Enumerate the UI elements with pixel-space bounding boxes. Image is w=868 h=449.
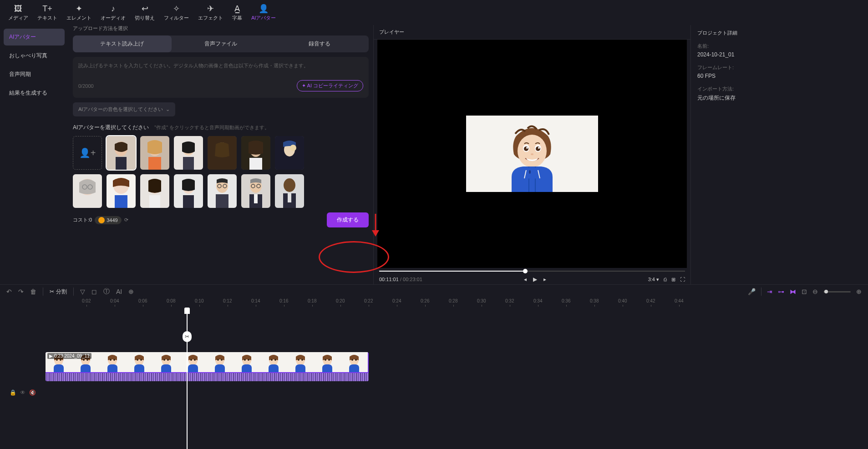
sidebar-ai-avatar[interactable]: AIアバター [4, 29, 65, 45]
magnet-icon[interactable]: ⧓ [790, 288, 796, 295]
avatar-11[interactable] [208, 174, 237, 208]
svg-point-101 [351, 359, 353, 361]
mute-icon[interactable]: 🔇 [29, 389, 36, 396]
grid-icon[interactable]: ⊞ [671, 277, 675, 283]
tool-media[interactable]: 🖼メディア [4, 2, 33, 23]
lock-track-icon[interactable]: 🔒 [10, 389, 16, 396]
avatar-8[interactable] [107, 174, 136, 208]
sidebar-generate[interactable]: 結果を生成する [4, 85, 65, 101]
avatar-1[interactable] [107, 136, 136, 170]
tool-transition[interactable]: ↩切り替え [130, 2, 159, 23]
avatar-2[interactable] [140, 136, 169, 170]
next-frame-icon[interactable]: ▸ [543, 276, 546, 283]
aspect-ratio[interactable]: 3:4 ▾ [648, 277, 659, 283]
visibility-icon[interactable]: 👁 [20, 389, 25, 396]
avatar-5[interactable] [241, 136, 270, 170]
credit-badge: 3449 [95, 216, 121, 224]
tool-subtitle[interactable]: A̲字幕 [228, 2, 247, 23]
fps-label: フレームレート: [697, 64, 862, 71]
svg-rect-40 [254, 194, 258, 203]
ruler-tick: 0:04 [110, 298, 119, 303]
svg-point-86 [248, 359, 249, 361]
snapshot-icon[interactable]: ⎙ [664, 277, 667, 282]
snap-icon[interactable]: ⇥ [767, 288, 772, 295]
svg-rect-44 [288, 193, 291, 202]
undo-icon[interactable]: ↶ [6, 288, 12, 295]
video-preview[interactable] [377, 40, 687, 268]
svg-point-16 [290, 145, 296, 151]
avatar-4[interactable] [208, 136, 237, 170]
clip-label: ▶ 0:23 2024_09_11 [47, 353, 91, 359]
fit-icon[interactable]: ⊡ [802, 288, 807, 295]
playhead[interactable]: ✂ [187, 308, 188, 449]
avatar-add[interactable]: 👤+ [73, 136, 102, 170]
filter-icon: ✧ [173, 4, 180, 14]
tool-ai-avatar[interactable]: 👤AIアバター [247, 2, 280, 23]
tool-audio[interactable]: ♪オーディオ [96, 2, 130, 23]
svg-point-102 [355, 359, 357, 361]
delete-icon[interactable]: 🗑 [30, 288, 36, 295]
clip-thumbnail [314, 352, 341, 372]
player-panel: プレイヤー [373, 25, 690, 284]
marker-icon[interactable]: ▽ [80, 288, 85, 295]
ai-tool-icon[interactable]: AI [116, 288, 122, 295]
details-title: プロジェクト詳細 [697, 30, 862, 36]
prev-frame-icon[interactable]: ◂ [524, 276, 527, 283]
svg-point-90 [274, 359, 276, 361]
svg-point-74 [167, 359, 169, 361]
svg-point-82 [221, 359, 223, 361]
link-icon[interactable]: ⊶ [778, 288, 784, 295]
tool-effect[interactable]: ✈エフェクト [193, 2, 228, 23]
avatar-7[interactable] [73, 174, 102, 208]
scissors-icon[interactable]: ✂ [183, 331, 192, 342]
tts-textarea[interactable]: 読み上げるテキストを入力してください。デジタル人物の画像と音色は以下から作成・選… [73, 57, 369, 98]
tool-filter[interactable]: ✧フィルター [159, 2, 193, 23]
voice-select-dropdown[interactable]: AIアバターの音色を選択してください ⌄ [73, 102, 175, 116]
svg-point-93 [298, 359, 299, 361]
avatar-select-hint: "作成" をクリックすると音声同期動画ができます。 [154, 124, 269, 131]
svg-rect-26 [149, 195, 160, 208]
avatar-12[interactable] [241, 174, 270, 208]
zoom-in-icon[interactable]: ⊕ [856, 288, 862, 295]
redo-icon[interactable]: ↷ [18, 288, 24, 295]
avatar-9[interactable] [140, 174, 169, 208]
avatar-10[interactable] [174, 174, 203, 208]
zoom-out-icon[interactable]: ⊖ [812, 288, 818, 295]
timeline-ruler[interactable]: 0:020:040:060:080:100:120:140:160:180:20… [73, 298, 859, 308]
subtitle-icon: A̲ [234, 4, 240, 14]
tab-audio-file[interactable]: 音声ファイル [172, 35, 270, 52]
svg-rect-5 [148, 157, 161, 170]
ai-copywriting-button[interactable]: ✦ AI コピーライティング [297, 80, 363, 91]
avatar-3[interactable] [174, 136, 203, 170]
split-button[interactable]: ✂ 分割 [50, 288, 67, 296]
video-clip[interactable]: ▶ 0:23 2024_09_11 [46, 352, 369, 381]
text-tool-icon[interactable]: Ⓣ [103, 288, 110, 296]
progress-knob[interactable] [523, 269, 528, 273]
tool-element[interactable]: ✦エレメント [62, 2, 96, 23]
refresh-icon[interactable]: ⟳ [124, 217, 128, 223]
tool-text[interactable]: T+テキスト [33, 2, 62, 23]
mic-icon[interactable]: 🎤 [748, 288, 756, 295]
clip-thumbnail [287, 352, 314, 372]
sidebar-talking-photo[interactable]: おしゃべり写真 [4, 47, 65, 64]
effect-icon: ✈ [207, 4, 214, 14]
crop-icon[interactable]: ◻ [91, 288, 97, 295]
svg-rect-2 [116, 157, 127, 170]
sidebar-voice-sync[interactable]: 音声同期 [4, 66, 65, 83]
progress-bar[interactable] [379, 271, 685, 272]
play-icon[interactable]: ▶ [533, 276, 537, 283]
create-button[interactable]: 作成する [327, 212, 369, 227]
top-toolbar: 🖼メディア T+テキスト ✦エレメント ♪オーディオ ↩切り替え ✧フィルター … [0, 0, 868, 25]
svg-point-58 [60, 359, 61, 361]
avatar-13[interactable] [275, 174, 304, 208]
ruler-tick: 0:18 [308, 298, 316, 303]
fullscreen-icon[interactable]: ⛶ [680, 277, 685, 282]
add-icon[interactable]: ⊕ [128, 288, 134, 295]
tab-tts[interactable]: テキスト読み上げ [73, 35, 172, 52]
avatar-6[interactable] [275, 136, 304, 170]
clip-thumbnail [233, 352, 260, 372]
fps-value: 60 FPS [697, 73, 862, 79]
zoom-slider[interactable] [823, 291, 851, 293]
tab-record[interactable]: 録音する [270, 35, 369, 52]
timeline-toolbar: ↶ ↷ 🗑 ✂ 分割 ▽ ◻ Ⓣ AI ⊕ 🎤 ⇥ ⊶ ⧓ ⊡ ⊖ ⊕ [0, 284, 868, 298]
